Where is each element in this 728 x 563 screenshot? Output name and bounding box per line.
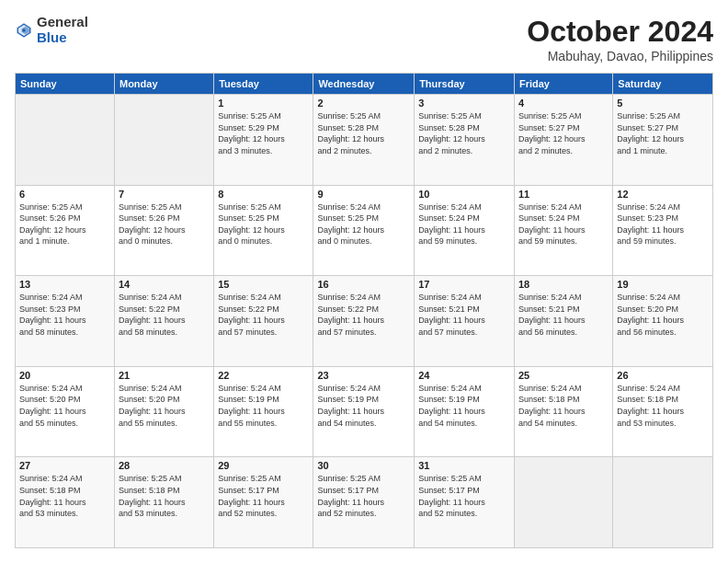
calendar-table: Sunday Monday Tuesday Wednesday Thursday… (15, 73, 713, 548)
day-info: Sunrise: 5:24 AM Sunset: 5:22 PM Dayligh… (119, 292, 210, 338)
day-number: 17 (418, 279, 510, 290)
calendar-title: October 2024 (527, 15, 713, 49)
day-info: Sunrise: 5:25 AM Sunset: 5:26 PM Dayligh… (19, 201, 110, 247)
calendar-cell: 17Sunrise: 5:24 AM Sunset: 5:21 PM Dayli… (415, 276, 515, 367)
day-info: Sunrise: 5:24 AM Sunset: 5:20 PM Dayligh… (19, 383, 110, 429)
day-info: Sunrise: 5:25 AM Sunset: 5:26 PM Dayligh… (119, 201, 210, 247)
col-saturday: Saturday (613, 74, 713, 95)
calendar-cell: 25Sunrise: 5:24 AM Sunset: 5:18 PM Dayli… (514, 366, 612, 457)
col-wednesday: Wednesday (313, 74, 415, 95)
day-info: Sunrise: 5:25 AM Sunset: 5:25 PM Dayligh… (218, 201, 309, 247)
day-info: Sunrise: 5:25 AM Sunset: 5:29 PM Dayligh… (218, 110, 309, 156)
day-info: Sunrise: 5:24 AM Sunset: 5:21 PM Dayligh… (418, 292, 510, 338)
calendar-location: Mabuhay, Davao, Philippines (527, 49, 713, 63)
day-number: 16 (317, 279, 410, 290)
calendar-cell: 16Sunrise: 5:24 AM Sunset: 5:22 PM Dayli… (313, 276, 415, 367)
calendar-cell: 8Sunrise: 5:25 AM Sunset: 5:25 PM Daylig… (214, 185, 313, 276)
calendar-cell: 22Sunrise: 5:24 AM Sunset: 5:19 PM Dayli… (214, 366, 313, 457)
title-block: October 2024 Mabuhay, Davao, Philippines (527, 15, 713, 63)
day-info: Sunrise: 5:24 AM Sunset: 5:19 PM Dayligh… (317, 383, 410, 429)
calendar-cell (514, 457, 612, 548)
day-info: Sunrise: 5:24 AM Sunset: 5:20 PM Dayligh… (119, 383, 210, 429)
calendar-cell (613, 457, 713, 548)
day-number: 3 (418, 98, 510, 109)
calendar-cell: 9Sunrise: 5:24 AM Sunset: 5:25 PM Daylig… (313, 185, 415, 276)
day-info: Sunrise: 5:24 AM Sunset: 5:22 PM Dayligh… (218, 292, 309, 338)
calendar-header-row: Sunday Monday Tuesday Wednesday Thursday… (16, 74, 713, 95)
calendar-cell (16, 95, 115, 186)
day-info: Sunrise: 5:24 AM Sunset: 5:18 PM Dayligh… (518, 383, 609, 429)
day-info: Sunrise: 5:24 AM Sunset: 5:25 PM Dayligh… (317, 201, 410, 247)
day-number: 30 (317, 460, 410, 471)
calendar-cell: 11Sunrise: 5:24 AM Sunset: 5:24 PM Dayli… (514, 185, 612, 276)
day-number: 22 (218, 370, 309, 381)
logo: General Blue (15, 15, 88, 45)
calendar-cell: 23Sunrise: 5:24 AM Sunset: 5:19 PM Dayli… (313, 366, 415, 457)
logo-icon (15, 21, 33, 40)
calendar-cell: 30Sunrise: 5:25 AM Sunset: 5:17 PM Dayli… (313, 457, 415, 548)
day-info: Sunrise: 5:25 AM Sunset: 5:28 PM Dayligh… (418, 110, 510, 156)
day-info: Sunrise: 5:24 AM Sunset: 5:22 PM Dayligh… (317, 292, 410, 338)
logo-blue: Blue (37, 30, 88, 46)
day-number: 25 (518, 370, 609, 381)
day-info: Sunrise: 5:24 AM Sunset: 5:19 PM Dayligh… (218, 383, 309, 429)
calendar-cell (114, 95, 213, 186)
day-number: 4 (518, 98, 609, 109)
day-number: 8 (218, 189, 309, 200)
day-number: 20 (19, 370, 110, 381)
day-info: Sunrise: 5:25 AM Sunset: 5:27 PM Dayligh… (617, 110, 709, 156)
day-number: 14 (119, 279, 210, 290)
day-info: Sunrise: 5:25 AM Sunset: 5:17 PM Dayligh… (317, 473, 410, 519)
day-info: Sunrise: 5:24 AM Sunset: 5:19 PM Dayligh… (418, 383, 510, 429)
calendar-cell: 29Sunrise: 5:25 AM Sunset: 5:17 PM Dayli… (214, 457, 313, 548)
day-info: Sunrise: 5:25 AM Sunset: 5:17 PM Dayligh… (418, 473, 510, 519)
col-tuesday: Tuesday (214, 74, 313, 95)
calendar-cell: 12Sunrise: 5:24 AM Sunset: 5:23 PM Dayli… (613, 185, 713, 276)
day-number: 21 (119, 370, 210, 381)
day-number: 5 (617, 98, 709, 109)
day-number: 28 (119, 460, 210, 471)
day-number: 7 (119, 189, 210, 200)
calendar-cell: 7Sunrise: 5:25 AM Sunset: 5:26 PM Daylig… (114, 185, 213, 276)
calendar-cell: 2Sunrise: 5:25 AM Sunset: 5:28 PM Daylig… (313, 95, 415, 186)
calendar-cell: 10Sunrise: 5:24 AM Sunset: 5:24 PM Dayli… (415, 185, 515, 276)
col-thursday: Thursday (415, 74, 515, 95)
calendar-cell: 26Sunrise: 5:24 AM Sunset: 5:18 PM Dayli… (613, 366, 713, 457)
day-number: 15 (218, 279, 309, 290)
calendar-cell: 21Sunrise: 5:24 AM Sunset: 5:20 PM Dayli… (114, 366, 213, 457)
calendar-week-2: 6Sunrise: 5:25 AM Sunset: 5:26 PM Daylig… (16, 185, 713, 276)
day-info: Sunrise: 5:25 AM Sunset: 5:18 PM Dayligh… (119, 473, 210, 519)
day-info: Sunrise: 5:25 AM Sunset: 5:27 PM Dayligh… (518, 110, 609, 156)
day-info: Sunrise: 5:24 AM Sunset: 5:18 PM Dayligh… (19, 473, 110, 519)
calendar-cell: 1Sunrise: 5:25 AM Sunset: 5:29 PM Daylig… (214, 95, 313, 186)
logo-general: General (37, 15, 88, 30)
day-info: Sunrise: 5:24 AM Sunset: 5:23 PM Dayligh… (19, 292, 110, 338)
col-friday: Friday (514, 74, 612, 95)
calendar-cell: 20Sunrise: 5:24 AM Sunset: 5:20 PM Dayli… (16, 366, 115, 457)
day-number: 10 (418, 189, 510, 200)
day-number: 24 (418, 370, 510, 381)
day-info: Sunrise: 5:25 AM Sunset: 5:28 PM Dayligh… (317, 110, 410, 156)
day-number: 23 (317, 370, 410, 381)
calendar-week-5: 27Sunrise: 5:24 AM Sunset: 5:18 PM Dayli… (16, 457, 713, 548)
calendar-cell: 27Sunrise: 5:24 AM Sunset: 5:18 PM Dayli… (16, 457, 115, 548)
calendar-cell: 14Sunrise: 5:24 AM Sunset: 5:22 PM Dayli… (114, 276, 213, 367)
calendar-week-1: 1Sunrise: 5:25 AM Sunset: 5:29 PM Daylig… (16, 95, 713, 186)
svg-point-3 (22, 29, 25, 31)
day-number: 29 (218, 460, 309, 471)
calendar-cell: 18Sunrise: 5:24 AM Sunset: 5:21 PM Dayli… (514, 276, 612, 367)
day-info: Sunrise: 5:24 AM Sunset: 5:21 PM Dayligh… (518, 292, 609, 338)
calendar-cell: 3Sunrise: 5:25 AM Sunset: 5:28 PM Daylig… (415, 95, 515, 186)
day-number: 18 (518, 279, 609, 290)
col-sunday: Sunday (16, 74, 115, 95)
day-number: 26 (617, 370, 709, 381)
calendar-cell: 15Sunrise: 5:24 AM Sunset: 5:22 PM Dayli… (214, 276, 313, 367)
logo-text: General Blue (37, 15, 88, 45)
calendar-cell: 5Sunrise: 5:25 AM Sunset: 5:27 PM Daylig… (613, 95, 713, 186)
day-number: 19 (617, 279, 709, 290)
day-info: Sunrise: 5:25 AM Sunset: 5:17 PM Dayligh… (218, 473, 309, 519)
day-number: 1 (218, 98, 309, 109)
page-header: General Blue October 2024 Mabuhay, Davao… (15, 15, 713, 63)
day-number: 9 (317, 189, 410, 200)
day-number: 13 (19, 279, 110, 290)
